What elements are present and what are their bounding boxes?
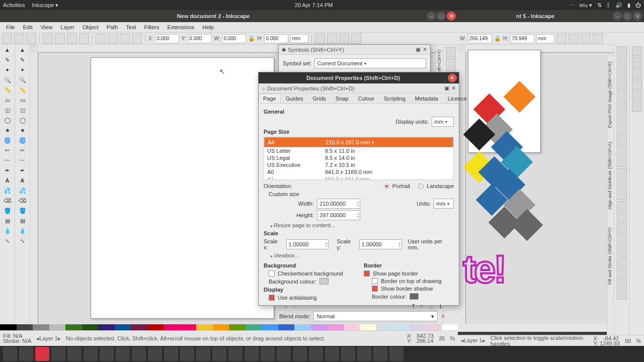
tweak-tool-icon[interactable]: ✦ xyxy=(0,65,15,75)
snap-icon[interactable] xyxy=(617,245,627,255)
swatch[interactable] xyxy=(49,324,66,330)
maximize-button[interactable]: □ xyxy=(623,12,632,21)
tool-icon[interactable]: ▤ xyxy=(15,216,30,226)
indicator-icon[interactable]: ⋯ xyxy=(569,2,575,9)
menu-path[interactable]: Path xyxy=(103,23,122,31)
tool-icon[interactable]: ✒ xyxy=(15,165,30,175)
page-size-table[interactable]: A4210.0 x 297.0 mm US Letter8.5 x 11.0 i… xyxy=(264,137,454,180)
tab-scripting[interactable]: Scripting xyxy=(379,94,410,103)
tool-icon[interactable]: ⌫ xyxy=(15,196,30,206)
maximize-button[interactable]: □ xyxy=(437,12,446,21)
snap-icon[interactable] xyxy=(617,279,627,289)
tool-icon[interactable]: 🪣 xyxy=(15,206,30,216)
taskbar-item[interactable] xyxy=(35,347,49,361)
taskbar-item[interactable] xyxy=(245,347,259,361)
swatch[interactable] xyxy=(213,324,229,330)
tool-icon[interactable]: ▲ xyxy=(15,45,30,55)
node-tool-icon[interactable]: ✎ xyxy=(0,55,15,65)
lock-icon[interactable]: 🔒 xyxy=(248,35,255,42)
lower-icon[interactable]: ↓ xyxy=(429,303,436,310)
tool-icon[interactable]: 💦 xyxy=(15,186,30,196)
swatch[interactable] xyxy=(278,324,295,330)
3dbox-tool-icon[interactable]: ◫ xyxy=(0,105,15,115)
menu-file[interactable]: File xyxy=(2,23,19,31)
fill-tool-icon[interactable]: 🪣 xyxy=(0,206,15,216)
snap-icon[interactable] xyxy=(617,190,627,200)
taskbar-item[interactable] xyxy=(51,347,65,361)
taskbar-item[interactable] xyxy=(164,347,178,361)
affect-icon[interactable] xyxy=(327,34,337,44)
tool-icon[interactable]: ✏ xyxy=(15,145,30,155)
tab-guides[interactable]: Guides xyxy=(281,94,308,103)
scale-y-input[interactable]: 1.00000 xyxy=(359,239,402,249)
unit-select-back[interactable]: mm xyxy=(536,34,554,43)
width-input[interactable]: 210.00000 xyxy=(317,199,360,209)
tool-icon[interactable]: ⤡ xyxy=(15,236,30,246)
swatch[interactable] xyxy=(327,324,344,330)
swatch[interactable] xyxy=(344,324,360,330)
tool-icon[interactable]: 〰 xyxy=(15,155,30,165)
snap-icon[interactable] xyxy=(617,46,627,56)
deselect-icon[interactable] xyxy=(26,34,36,44)
taskbar-item[interactable] xyxy=(196,347,210,361)
swatch[interactable] xyxy=(82,324,99,330)
battery-icon[interactable]: ▮ xyxy=(627,2,630,9)
taskbar-item[interactable] xyxy=(100,347,114,361)
swatch[interactable] xyxy=(0,324,17,330)
affect-icon[interactable] xyxy=(569,34,579,44)
tab-metadata[interactable]: Metadata xyxy=(411,94,443,103)
swatch[interactable] xyxy=(147,324,164,330)
raise-icon[interactable] xyxy=(108,34,118,44)
tab-grids[interactable]: Grids xyxy=(308,94,331,103)
affect-icon[interactable] xyxy=(315,34,325,44)
network-icon[interactable]: ⇅ xyxy=(597,2,602,9)
affect-icon[interactable] xyxy=(556,34,567,44)
swatch[interactable] xyxy=(360,324,376,330)
commands-icon[interactable] xyxy=(632,79,642,89)
snap-icon[interactable] xyxy=(617,267,627,278)
taskbar-item[interactable] xyxy=(84,347,98,361)
swatch[interactable] xyxy=(98,324,115,330)
affect-icon[interactable] xyxy=(593,34,603,44)
snap-icon[interactable] xyxy=(617,90,627,101)
commands-icon[interactable] xyxy=(446,58,456,68)
snap-icon[interactable] xyxy=(617,223,627,233)
taskbar-item[interactable] xyxy=(261,347,275,361)
app-menu[interactable]: Inkscape ▾ xyxy=(32,2,58,9)
close-button[interactable]: ✕ xyxy=(447,12,456,21)
size-row-a4[interactable]: A4210.0 x 297.0 mm xyxy=(264,137,453,147)
dock-icon[interactable]: ▣ xyxy=(444,85,449,92)
swatch[interactable] xyxy=(115,324,131,330)
swatch[interactable] xyxy=(294,324,311,330)
taskbar-item[interactable] xyxy=(212,347,226,361)
minimize-button[interactable]: – xyxy=(613,12,622,21)
h-input[interactable]: 0.000 xyxy=(264,34,288,43)
width-input-back[interactable]: 266.149 xyxy=(468,34,492,43)
lock-icon[interactable]: 🔒 xyxy=(494,35,501,42)
commands-icon[interactable] xyxy=(632,57,642,67)
side-tab-export[interactable]: Export PNG Image (Shift+Ctrl+E) xyxy=(607,61,612,128)
flip-h-icon[interactable] xyxy=(67,34,77,44)
tab-page[interactable]: Page xyxy=(259,94,281,103)
swatch[interactable] xyxy=(392,324,409,330)
flip-v-icon[interactable] xyxy=(79,34,89,44)
raise-icon[interactable]: ↑ xyxy=(420,303,427,310)
commands-icon[interactable] xyxy=(632,46,642,56)
taskbar-item[interactable] xyxy=(3,347,17,361)
affect-icon[interactable] xyxy=(339,34,349,44)
zoom-tool-icon[interactable]: 🔍 xyxy=(0,75,15,85)
snap-icon[interactable] xyxy=(617,168,627,178)
taskbar-item[interactable] xyxy=(373,347,387,361)
swatch[interactable] xyxy=(33,324,49,330)
lower-bottom-icon[interactable] xyxy=(132,34,142,44)
snap-icon[interactable] xyxy=(617,124,627,134)
antialiasing-check[interactable] xyxy=(269,295,275,301)
snap-icon[interactable] xyxy=(617,57,627,67)
swatch[interactable] xyxy=(425,324,442,330)
swatch[interactable] xyxy=(131,324,147,330)
taskbar-item[interactable] xyxy=(293,347,307,361)
connector-tool-icon[interactable]: ⤡ xyxy=(0,236,15,246)
select-all-layers-icon[interactable] xyxy=(14,34,24,44)
swatch[interactable] xyxy=(180,324,197,330)
selector-tool-icon[interactable]: ▲ xyxy=(0,45,15,55)
